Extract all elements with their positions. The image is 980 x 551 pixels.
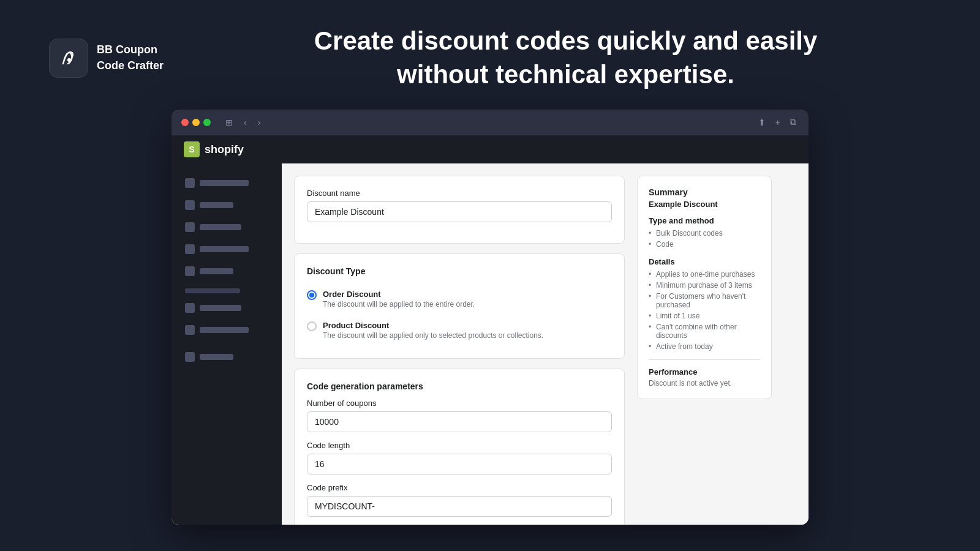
summary-detail-4: Limit of 1 use — [649, 312, 760, 320]
sidebar-icon-5 — [185, 266, 195, 276]
code-length-label: Code length — [307, 441, 612, 450]
summary-performance-title: Performance — [649, 367, 760, 377]
sidebar-item-3[interactable] — [179, 217, 274, 237]
sidebar-label-4 — [200, 246, 249, 252]
summary-type-method-title: Type and method — [649, 216, 760, 225]
summary-discount-name: Example Discount — [649, 200, 760, 209]
fullscreen-button[interactable] — [203, 119, 211, 126]
browser-nav-icons: ⊞ ‹ › — [223, 116, 263, 129]
shopify-logo-icon: S — [184, 141, 200, 157]
num-coupons-input[interactable] — [307, 411, 612, 432]
logo-area: BB Coupon Code Crafter — [49, 39, 164, 78]
sidebar-bottom — [179, 347, 274, 367]
code-prefix-label: Code prefix — [307, 483, 612, 492]
discount-name-group: Discount name — [307, 189, 612, 222]
app-name: BB Coupon Code Crafter — [97, 42, 164, 73]
forward-icon[interactable]: › — [255, 116, 263, 129]
main-content: Discount name Discount Type Order Discou… — [282, 163, 809, 525]
sidebar-item-6[interactable] — [179, 298, 274, 318]
sidebar-section-divider — [185, 288, 240, 293]
sidebar-item-4[interactable] — [179, 239, 274, 259]
new-tab-icon[interactable]: + — [773, 116, 783, 129]
summary-detail-5: Can't combine with other discounts — [649, 323, 760, 340]
sidebar-item-1[interactable] — [179, 173, 274, 193]
sidebar-item-5[interactable] — [179, 261, 274, 281]
sidebar-icon-6 — [185, 303, 195, 313]
share-icon[interactable]: ⬆ — [756, 116, 768, 129]
traffic-lights — [181, 119, 211, 126]
sidebar-label-6 — [200, 305, 241, 311]
summary-detail-3: For Customers who haven't purchased — [649, 292, 760, 309]
code-prefix-group: Code prefix — [307, 483, 612, 517]
discount-name-input[interactable] — [307, 201, 612, 222]
app-logo-icon — [49, 39, 88, 78]
sidebar-label-5 — [200, 268, 233, 274]
num-coupons-group: Number of coupons — [307, 399, 612, 432]
sidebar-icon-3 — [185, 222, 195, 232]
discount-type-title: Discount Type — [307, 266, 612, 276]
copy-icon[interactable]: ⧉ — [788, 116, 799, 129]
code-prefix-input[interactable] — [307, 496, 612, 517]
sidebar-label-7 — [200, 327, 249, 333]
shopify-logo: S shopify — [184, 141, 244, 157]
order-discount-option[interactable]: Order Discount The discount will be appl… — [307, 283, 612, 315]
sidebar-label-3 — [200, 224, 241, 230]
headline: Create discount codes quickly and easily… — [200, 24, 931, 91]
summary-divider — [649, 359, 760, 360]
product-discount-option[interactable]: Product Discount The discount will be ap… — [307, 315, 612, 346]
shopify-nav: S shopify — [172, 135, 809, 163]
browser-action-icons: ⬆ + ⧉ — [756, 116, 799, 129]
discount-name-label: Discount name — [307, 189, 612, 198]
content-wrapper: Discount name Discount Type Order Discou… — [294, 176, 772, 525]
summary-detail-6: Active from today — [649, 342, 760, 351]
browser-chrome: ⊞ ‹ › ⬆ + ⧉ — [172, 110, 809, 135]
summary-type-method-list: Bulk Discount codes Code — [649, 229, 760, 249]
code-length-input[interactable] — [307, 454, 612, 474]
sidebar-icon-4 — [185, 244, 195, 254]
summary-type-item-1: Bulk Discount codes — [649, 229, 760, 238]
num-coupons-label: Number of coupons — [307, 399, 612, 408]
svg-point-1 — [67, 58, 71, 62]
sidebar-icon-7 — [185, 325, 195, 335]
sidebar-item-bottom[interactable] — [179, 347, 274, 367]
sidebar-icon-1 — [185, 178, 195, 188]
code-length-group: Code length — [307, 441, 612, 474]
sidebar-label-bottom — [200, 354, 233, 360]
sidebar-label-2 — [200, 202, 233, 208]
svg-rect-0 — [57, 47, 80, 70]
product-discount-radio[interactable] — [307, 321, 317, 331]
summary-type-item-2: Code — [649, 240, 760, 249]
sidebar — [172, 163, 282, 525]
code-generation-card: Code generation parameters Number of cou… — [294, 369, 625, 525]
grid-view-icon[interactable]: ⊞ — [223, 116, 235, 129]
sidebar-item-7[interactable] — [179, 320, 274, 340]
order-discount-text: Order Discount The discount will be appl… — [323, 290, 475, 309]
order-discount-radio[interactable] — [307, 290, 317, 300]
summary-title: Summary — [649, 187, 760, 197]
sidebar-label-1 — [200, 180, 249, 186]
sidebar-item-2[interactable] — [179, 195, 274, 215]
summary-detail-2: Minimum purchase of 3 items — [649, 281, 760, 290]
summary-details-list: Applies to one-time purchases Minimum pu… — [649, 270, 760, 351]
summary-performance-text: Discount is not active yet. — [649, 379, 760, 388]
browser-window: ⊞ ‹ › ⬆ + ⧉ S shopify — [172, 110, 809, 525]
summary-detail-1: Applies to one-time purchases — [649, 270, 760, 279]
product-discount-text: Product Discount The discount will be ap… — [323, 321, 543, 340]
header: BB Coupon Code Crafter Create discount c… — [0, 0, 980, 110]
minimize-button[interactable] — [192, 119, 200, 126]
discount-name-card: Discount name — [294, 176, 625, 244]
summary-card: Summary Example Discount Type and method… — [637, 176, 772, 399]
app-body: Discount name Discount Type Order Discou… — [172, 163, 809, 525]
code-generation-title: Code generation parameters — [307, 381, 612, 391]
close-button[interactable] — [181, 119, 189, 126]
sidebar-icon-2 — [185, 200, 195, 210]
form-area: Discount name Discount Type Order Discou… — [294, 176, 625, 525]
discount-type-card: Discount Type Order Discount The discoun… — [294, 253, 625, 359]
sidebar-icon-bottom — [185, 352, 195, 362]
back-icon[interactable]: ‹ — [241, 116, 249, 129]
summary-details-title: Details — [649, 257, 760, 266]
